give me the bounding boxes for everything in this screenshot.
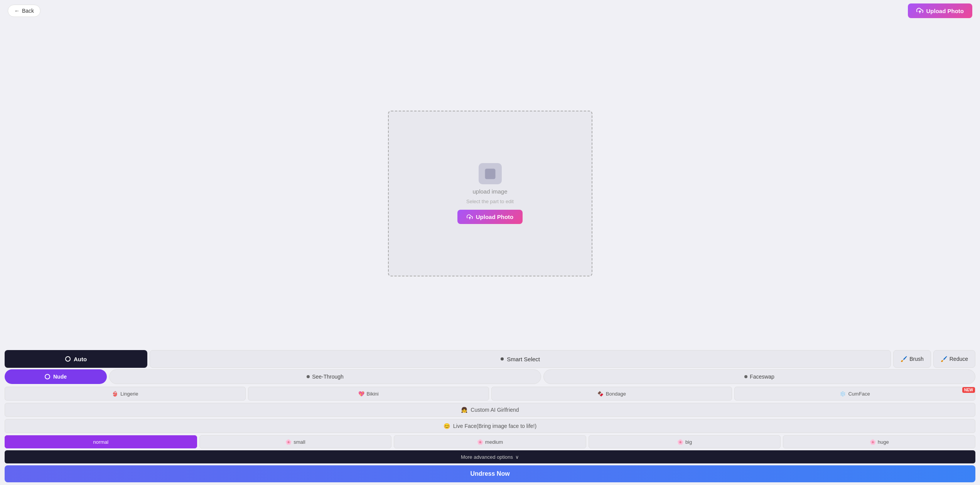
live-face-label: Live Face(Bring image face to life!) bbox=[453, 423, 536, 429]
select-part-text: Select the part to edit bbox=[466, 199, 514, 204]
faceswap-dot-icon bbox=[744, 375, 747, 378]
bikini-button[interactable]: 💖 Bikini bbox=[248, 387, 489, 401]
faceswap-label: Faceswap bbox=[750, 374, 774, 380]
live-face-icon: 😊 bbox=[444, 423, 450, 429]
smart-select-button[interactable]: Smart Select bbox=[150, 350, 891, 368]
cumface-button[interactable]: ❄️ CumFace NEW bbox=[734, 387, 975, 401]
bottom-panel-inner: Auto Smart Select 🖌️ Brush 🖌️ Reduce Nud… bbox=[0, 349, 980, 485]
big-label: big bbox=[685, 439, 692, 445]
see-through-label: See-Through bbox=[312, 374, 344, 380]
nude-circle-icon bbox=[45, 374, 50, 379]
bondage-icon: 🍫 bbox=[597, 391, 604, 397]
header: ← Back Upload Photo bbox=[0, 0, 980, 22]
more-advanced-options-button[interactable]: More advanced options ∨ bbox=[5, 450, 975, 463]
nude-label: Nude bbox=[53, 374, 67, 380]
row-2-mode-type: Nude See-Through Faceswap bbox=[5, 368, 975, 386]
upload-image-icon bbox=[479, 163, 502, 184]
back-label: Back bbox=[22, 8, 34, 14]
bondage-label: Bondage bbox=[606, 391, 626, 397]
faceswap-button[interactable]: Faceswap bbox=[543, 369, 975, 384]
image-placeholder-svg bbox=[483, 167, 497, 181]
lingerie-label: Lingerie bbox=[120, 391, 138, 397]
upload-image-text: upload image bbox=[472, 188, 507, 195]
see-through-button[interactable]: See-Through bbox=[109, 369, 541, 384]
size-normal-button[interactable]: normal bbox=[5, 435, 197, 448]
svg-point-2 bbox=[487, 171, 489, 173]
cumface-icon: ❄️ bbox=[840, 391, 846, 397]
row-7-more-options: More advanced options ∨ bbox=[5, 450, 975, 464]
brush-icon: 🖌️ bbox=[901, 356, 907, 362]
size-small-button[interactable]: 🌸 small bbox=[199, 435, 392, 448]
upload-zone[interactable]: upload image Select the part to edit Upl… bbox=[388, 111, 592, 276]
lingerie-icon: 👙 bbox=[112, 391, 118, 397]
new-badge: NEW bbox=[962, 387, 975, 393]
row-5-live-face: 😊 Live Face(Bring image face to life!) bbox=[5, 418, 975, 434]
chevron-down-icon: ∨ bbox=[515, 454, 519, 460]
back-button[interactable]: ← Back bbox=[8, 5, 40, 17]
medium-label: medium bbox=[485, 439, 503, 445]
smart-select-label: Smart Select bbox=[507, 356, 540, 362]
upload-center-icon bbox=[467, 214, 473, 220]
normal-label: normal bbox=[93, 439, 108, 445]
auto-label: Auto bbox=[74, 356, 87, 362]
custom-ai-girlfriend-button[interactable]: 👧 Custom AI Girlfriend bbox=[5, 403, 975, 417]
undress-label: Undress Now bbox=[470, 470, 509, 477]
smart-select-dot-icon bbox=[501, 357, 504, 360]
row-8-undress: Undress Now bbox=[5, 464, 975, 483]
more-options-label: More advanced options bbox=[461, 454, 513, 460]
upload-photo-header-button[interactable]: Upload Photo bbox=[908, 3, 973, 18]
undress-now-button[interactable]: Undress Now bbox=[5, 465, 975, 482]
cumface-label: CumFace bbox=[848, 391, 870, 397]
live-face-button[interactable]: 😊 Live Face(Bring image face to life!) bbox=[5, 419, 975, 433]
nude-button[interactable]: Nude bbox=[5, 369, 107, 384]
huge-icon: 🌸 bbox=[870, 439, 876, 445]
small-label: small bbox=[293, 439, 305, 445]
reduce-icon: 🖌️ bbox=[941, 356, 947, 362]
custom-ai-icon: 👧 bbox=[461, 407, 467, 413]
upload-icon bbox=[916, 7, 923, 14]
size-medium-button[interactable]: 🌸 medium bbox=[394, 435, 586, 448]
small-icon: 🌸 bbox=[285, 439, 292, 445]
bikini-label: Bikini bbox=[367, 391, 379, 397]
row-6-size-options: normal 🌸 small 🌸 medium 🌸 big 🌸 huge bbox=[5, 434, 975, 450]
bikini-icon: 💖 bbox=[358, 391, 364, 397]
upload-photo-center-label: Upload Photo bbox=[476, 214, 514, 220]
huge-label: huge bbox=[878, 439, 889, 445]
brush-label: Brush bbox=[909, 356, 924, 362]
upload-photo-center-button[interactable]: Upload Photo bbox=[457, 210, 523, 224]
see-through-dot-icon bbox=[307, 375, 310, 378]
size-big-button[interactable]: 🌸 big bbox=[589, 435, 781, 448]
size-huge-button[interactable]: 🌸 huge bbox=[783, 435, 975, 448]
custom-ai-label: Custom AI Girlfriend bbox=[471, 407, 519, 413]
row-3-outfit-type: 👙 Lingerie 💖 Bikini 🍫 Bondage ❄️ CumFace… bbox=[5, 386, 975, 402]
reduce-button[interactable]: 🖌️ Reduce bbox=[933, 350, 975, 368]
auto-button[interactable]: Auto bbox=[5, 350, 147, 368]
lingerie-button[interactable]: 👙 Lingerie bbox=[5, 387, 246, 401]
back-arrow-icon: ← bbox=[14, 8, 20, 14]
medium-icon: 🌸 bbox=[477, 439, 483, 445]
reduce-label: Reduce bbox=[950, 356, 968, 362]
big-icon: 🌸 bbox=[677, 439, 683, 445]
upload-photo-header-label: Upload Photo bbox=[926, 8, 964, 14]
auto-circle-icon bbox=[65, 356, 71, 362]
brush-button[interactable]: 🖌️ Brush bbox=[893, 350, 931, 368]
bottom-panel: Auto Smart Select 🖌️ Brush 🖌️ Reduce Nud… bbox=[0, 349, 980, 485]
bondage-button[interactable]: 🍫 Bondage bbox=[491, 387, 732, 401]
row-1-mode-selection: Auto Smart Select 🖌️ Brush 🖌️ Reduce bbox=[5, 350, 975, 368]
row-4-custom-ai: 👧 Custom AI Girlfriend bbox=[5, 402, 975, 418]
